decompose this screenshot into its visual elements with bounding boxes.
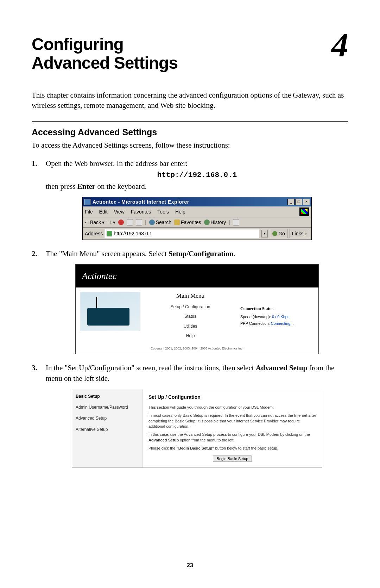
step1-text-b2: on the keyboard. (95, 182, 147, 191)
minimize-icon[interactable]: _ (287, 199, 294, 205)
chapter-number: 4 (331, 32, 348, 59)
setup-p4: Please click the "Begin Basic Setup" but… (148, 446, 316, 451)
section-heading: Accessing Advanced Settings (32, 127, 348, 137)
favorites-button[interactable]: Favorites (174, 219, 201, 226)
home-icon[interactable] (136, 219, 142, 225)
menu-help[interactable]: Help (175, 208, 185, 215)
setup-p3: In this case, use the Advanced Setup pro… (148, 432, 316, 443)
sidebar-alternative[interactable]: Alternative Setup (76, 427, 139, 433)
chapter-title: Configuring Advanced Settings (32, 35, 178, 73)
ie-throbber-icon (299, 208, 309, 216)
sidebar-advanced[interactable]: Advanced Setup (76, 415, 139, 421)
setup-main: Set Up / Configuration This section will… (143, 389, 322, 468)
maximize-icon[interactable]: □ (295, 199, 302, 205)
steps-list: Open the Web browser. In the address bar… (32, 158, 348, 468)
sidebar-admin[interactable]: Admin Username/Password (76, 404, 139, 410)
step-2: The "Main Menu" screen appears. Select S… (32, 248, 348, 354)
toolbar-separator: | (145, 219, 146, 226)
history-icon (204, 219, 210, 225)
address-label: Address (85, 230, 103, 237)
search-button[interactable]: Search (149, 219, 171, 226)
address-dropdown-icon[interactable]: ▼ (261, 230, 268, 237)
address-input[interactable]: http://192.168.0.1 (105, 229, 259, 238)
stop-icon[interactable] (118, 219, 124, 225)
menu-file[interactable]: File (85, 208, 93, 215)
step2-text-b: . (233, 249, 235, 258)
page-number: 23 (0, 562, 380, 569)
speed-row: Speed (down/up): 0 / 0 Kbps (240, 314, 314, 320)
go-icon (272, 231, 277, 236)
step1-text-a: Open the Web browser. In the address bar… (46, 159, 188, 168)
chapter-title-line2: Advanced Settings (32, 54, 178, 72)
ie-toolbar: ⇐ Back ▾ ⇒ ▾ | Search Favorites History … (83, 217, 311, 228)
ppp-row: PPP Connection: Connecting... (240, 321, 314, 327)
menu-link-utilities[interactable]: Utilities (147, 323, 233, 329)
actiontec-logo: Actiontec (76, 265, 318, 288)
setup-window: Basic Setup Admin Username/Password Adva… (72, 389, 322, 468)
main-menu: Main Menu Setup / Configuration Status U… (147, 292, 233, 342)
connection-status-title: Connection Status (240, 306, 314, 312)
menu-link-help[interactable]: Help (147, 333, 233, 339)
ppp-value: Connecting... (271, 321, 294, 326)
actiontec-window: Actiontec Main Menu Setup / Configuratio… (75, 264, 319, 354)
step2-text-a: The "Main Menu" screen appears. Select (46, 249, 169, 258)
ie-title-text: Actiontec - Microsoft Internet Explorer (93, 198, 189, 205)
ie-addressbar: Address http://192.168.0.1 ▼ Go Links » (83, 228, 311, 240)
favorites-icon (174, 219, 180, 225)
search-icon (149, 219, 155, 225)
setup-sidebar: Basic Setup Admin Username/Password Adva… (72, 389, 143, 468)
speed-value: 0 / 0 Kbps (272, 315, 290, 319)
step1-text-b1: then press (46, 182, 77, 191)
section-divider (32, 121, 348, 122)
menu-view[interactable]: View (114, 208, 125, 215)
setup-p1: This section will guide you through the … (148, 405, 316, 410)
toolbar-separator-2: | (229, 219, 230, 226)
section-lead: To access the Advanced Settings screens,… (32, 141, 348, 150)
step2-bold: Setup/Configuration (169, 249, 233, 258)
step1-enter: Enter (77, 182, 95, 191)
copyright-text: Copyright 2001, 2002, 2003, 2004, 2005 A… (76, 345, 318, 354)
back-button[interactable]: ⇐ Back ▾ (85, 219, 104, 226)
menu-edit[interactable]: Edit (99, 208, 108, 215)
mail-icon[interactable] (233, 219, 239, 225)
setup-main-title: Set Up / Configuration (148, 394, 316, 401)
menu-tools[interactable]: Tools (157, 208, 169, 215)
begin-basic-setup-button[interactable]: Begin Basic Setup (213, 456, 252, 462)
chapter-header: Configuring Advanced Settings 4 (32, 35, 348, 73)
step3-text-a: In the "Set Up/Configuration" screen, re… (46, 364, 256, 372)
connection-status-panel: Connection Status Speed (down/up): 0 / 0… (240, 292, 314, 342)
links-button[interactable]: Links » (290, 229, 309, 238)
menu-link-status[interactable]: Status (147, 314, 233, 320)
sidebar-basic-setup[interactable]: Basic Setup (76, 394, 139, 400)
intro-paragraph: This chapter contains information concer… (32, 90, 348, 111)
go-button[interactable]: Go (270, 229, 287, 238)
device-image (80, 292, 140, 331)
setup-p2: In most cases, only Basic Setup is requi… (148, 413, 316, 429)
ie-app-icon (84, 199, 90, 205)
history-button[interactable]: History (204, 219, 226, 226)
close-icon[interactable]: × (303, 199, 310, 205)
menu-favorites[interactable]: Favorites (131, 208, 151, 215)
refresh-icon[interactable] (127, 219, 133, 225)
ie-menubar: File Edit View Favorites Tools Help (83, 206, 311, 217)
menu-link-setup[interactable]: Setup / Configuration (147, 304, 233, 310)
ie-window: Actiontec - Microsoft Internet Explorer … (82, 197, 312, 240)
address-value: http://192.168.0.1 (114, 230, 152, 237)
step3-bold: Advanced Setup (256, 364, 307, 372)
main-menu-title: Main Menu (147, 292, 233, 301)
chapter-title-line1: Configuring (32, 35, 124, 54)
page-icon (107, 231, 112, 236)
step-1: Open the Web browser. In the address bar… (32, 158, 348, 240)
step-3: In the "Set Up/Configuration" screen, re… (32, 363, 348, 468)
forward-button[interactable]: ⇒ ▾ (107, 219, 115, 226)
step1-url: http://192.168.0.1 (46, 170, 348, 180)
ie-titlebar: Actiontec - Microsoft Internet Explorer … (83, 197, 311, 206)
